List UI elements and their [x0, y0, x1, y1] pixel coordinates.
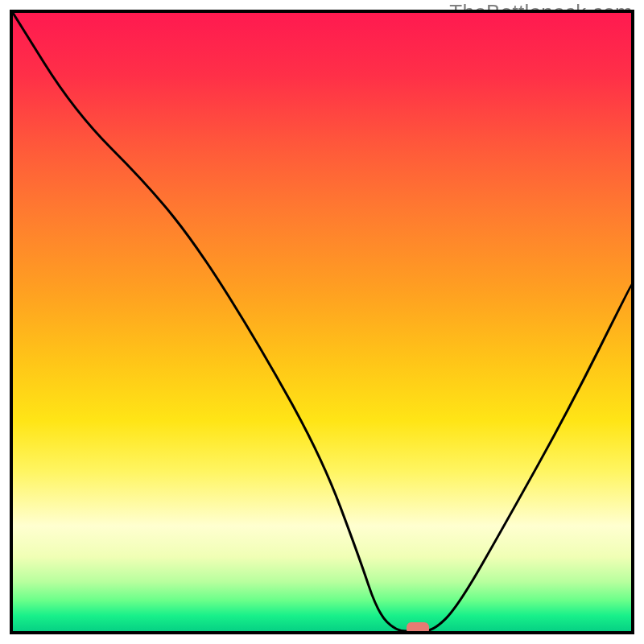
optimum-marker	[407, 622, 429, 631]
plot-area	[10, 10, 634, 634]
curve-svg	[13, 13, 631, 631]
chart-container: TheBottleneck.com	[0, 0, 644, 644]
bottleneck-curve	[13, 13, 631, 631]
